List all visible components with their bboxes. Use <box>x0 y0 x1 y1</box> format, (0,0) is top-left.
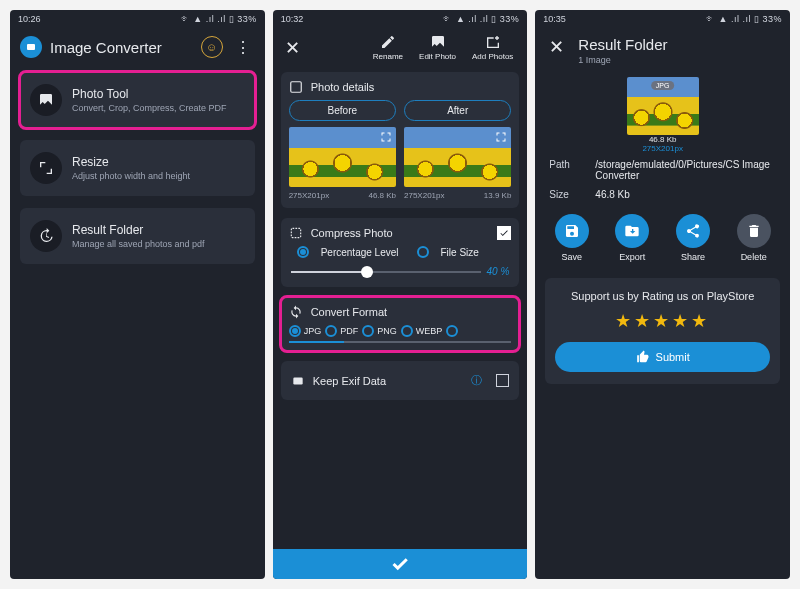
section-label: Photo details <box>311 81 375 93</box>
format-jpg[interactable]: JPG <box>289 325 322 337</box>
card-title: Result Folder <box>72 223 205 237</box>
page-subtitle: 1 Image <box>578 55 667 65</box>
app-title: Image Converter <box>50 39 193 56</box>
compress-section: Compress Photo Percentage Level File Siz… <box>281 218 520 287</box>
history-icon <box>30 220 62 252</box>
add-photos-button[interactable]: Add Photos <box>466 34 519 61</box>
photo-tool-icon <box>30 84 62 116</box>
status-time: 10:32 <box>281 14 304 24</box>
status-indicators: ᯤ ▲ .ıl .ıl ▯ 33% <box>706 14 782 24</box>
app-logo-icon <box>20 36 42 58</box>
status-time: 10:35 <box>543 14 566 24</box>
status-time: 10:26 <box>18 14 41 24</box>
before-tab[interactable]: Before <box>289 100 396 121</box>
format-webp[interactable]: WEBP <box>401 325 443 337</box>
export-button[interactable]: Export <box>615 214 649 262</box>
svg-rect-1 <box>290 82 301 93</box>
after-thumb[interactable]: 275X201px13.9 Kb <box>404 127 511 200</box>
radio-percentage[interactable] <box>297 246 309 258</box>
format-pdf[interactable]: PDF <box>325 325 358 337</box>
screen-result: 10:35 ᯤ ▲ .ıl .ıl ▯ 33% ✕ Result Folder … <box>535 10 790 579</box>
rate-message: Support us by Rating us on PlayStore <box>555 290 770 302</box>
after-tab[interactable]: After <box>404 100 511 121</box>
page-title: Result Folder <box>578 36 667 53</box>
share-button[interactable]: Share <box>676 214 710 262</box>
status-indicators: ᯤ ▲ .ıl .ıl ▯ 33% <box>181 14 257 24</box>
card-title: Photo Tool <box>72 87 227 101</box>
submit-button[interactable]: Submit <box>555 342 770 372</box>
edit-top-bar: ✕ Rename Edit Photo Add Photos <box>273 28 528 67</box>
close-button[interactable]: ✕ <box>281 37 304 59</box>
screen-home: 10:26 ᯤ ▲ .ıl .ıl ▯ 33% Image Converter … <box>10 10 265 579</box>
compress-slider[interactable] <box>291 271 481 273</box>
format-png[interactable]: PNG <box>362 325 397 337</box>
thumbs-up-icon <box>636 350 650 364</box>
expand-icon[interactable] <box>380 131 392 143</box>
app-bar: Image Converter ☺ ⋮ <box>10 28 265 66</box>
section-label: Compress Photo <box>311 227 393 239</box>
section-label: Convert Format <box>311 306 387 318</box>
path-row: Path /storage/emulated/0/Pictures/CS Ima… <box>535 155 790 185</box>
result-actions: Save Export Share Delete <box>535 204 790 272</box>
format-indicator <box>289 341 512 343</box>
expand-icon[interactable] <box>495 131 507 143</box>
card-photo-tool[interactable]: Photo Tool Convert, Crop, Compress, Crea… <box>20 72 255 128</box>
photo-details-section: Photo details Before After 275X201px46.8… <box>281 72 520 208</box>
card-resize[interactable]: Resize Adjust photo width and height <box>20 140 255 196</box>
radio-filesize[interactable] <box>417 246 429 258</box>
card-subtitle: Convert, Crop, Compress, Create PDF <box>72 103 227 113</box>
card-subtitle: Manage all saved photos and pdf <box>72 239 205 249</box>
close-button[interactable]: ✕ <box>545 36 568 58</box>
card-result-folder[interactable]: Result Folder Manage all saved photos an… <box>20 208 255 264</box>
result-header: ✕ Result Folder 1 Image <box>535 28 790 73</box>
exif-help-button[interactable]: ⓘ <box>471 373 482 388</box>
rating-stars[interactable]: ★★★★★ <box>555 310 770 332</box>
compress-icon <box>289 226 303 240</box>
photo-details-icon <box>289 80 303 94</box>
convert-format-section: Convert Format JPG PDF PNG WEBP <box>281 297 520 351</box>
card-subtitle: Adjust photo width and height <box>72 171 190 181</box>
overflow-menu-button[interactable]: ⋮ <box>231 38 255 57</box>
convert-icon <box>289 305 303 319</box>
rate-card: Support us by Rating us on PlayStore ★★★… <box>545 278 780 384</box>
size-row: Size 46.8 Kb <box>535 185 790 204</box>
confirm-button[interactable] <box>273 549 528 579</box>
compress-percent: 40 % <box>487 266 510 277</box>
status-bar: 10:35 ᯤ ▲ .ıl .ıl ▯ 33% <box>535 10 790 28</box>
format-more[interactable] <box>446 325 458 337</box>
delete-button[interactable]: Delete <box>737 214 771 262</box>
result-thumbnail[interactable]: JPG 46.8 Kb 275X201px <box>627 77 699 153</box>
section-label: Keep Exif Data <box>313 375 386 387</box>
status-bar: 10:32 ᯤ ▲ .ıl .ıl ▯ 33% <box>273 10 528 28</box>
before-thumb[interactable]: 275X201px46.8 Kb <box>289 127 396 200</box>
premium-badge-button[interactable]: ☺ <box>201 36 223 58</box>
resize-icon <box>30 152 62 184</box>
card-title: Resize <box>72 155 190 169</box>
exif-icon <box>291 374 305 388</box>
status-indicators: ᯤ ▲ .ıl .ıl ▯ 33% <box>443 14 519 24</box>
status-bar: 10:26 ᯤ ▲ .ıl .ıl ▯ 33% <box>10 10 265 28</box>
svg-rect-0 <box>27 44 35 50</box>
svg-rect-3 <box>293 377 302 384</box>
save-button[interactable]: Save <box>555 214 589 262</box>
svg-rect-2 <box>291 228 300 237</box>
screen-edit: 10:32 ᯤ ▲ .ıl .ıl ▯ 33% ✕ Rename Edit Ph… <box>273 10 528 579</box>
compress-checkbox[interactable] <box>497 226 511 240</box>
exif-checkbox[interactable] <box>496 374 509 387</box>
exif-section: Keep Exif Data ⓘ <box>281 361 520 400</box>
edit-photo-button[interactable]: Edit Photo <box>413 34 462 61</box>
format-tag: JPG <box>651 81 675 90</box>
rename-button[interactable]: Rename <box>367 34 409 61</box>
